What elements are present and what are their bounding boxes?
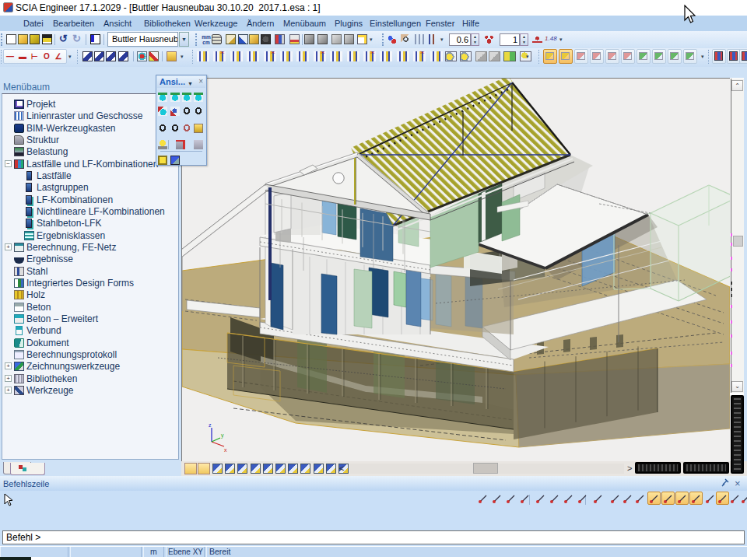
svg-text:y: y [221, 432, 224, 439]
svg-text:x: x [224, 447, 227, 453]
svg-text:z: z [209, 422, 212, 428]
